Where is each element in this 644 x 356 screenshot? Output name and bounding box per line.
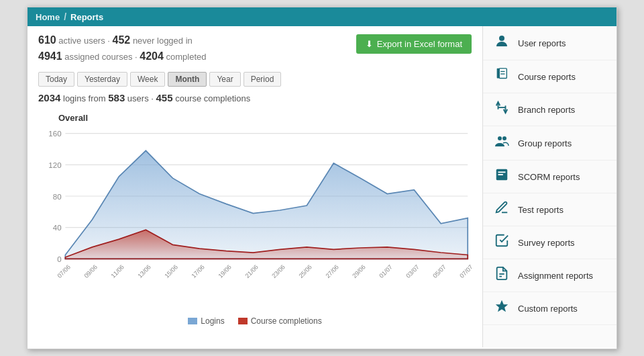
btn-today[interactable]: Today (38, 72, 74, 87)
user-reports-label: User reports (518, 38, 566, 48)
legend-completions-label: Course completions (251, 316, 322, 326)
scorm-reports-label: SCORM reports (518, 172, 580, 182)
group-reports-icon (492, 133, 511, 153)
svg-text:25/06: 25/06 (298, 263, 313, 279)
titlebar: Home / Reports (28, 7, 616, 26)
course-reports-label: Course reports (518, 72, 576, 82)
main-content: 610 active users · 452 never logged in 4… (28, 26, 482, 347)
group-reports-label: Group reports (518, 138, 572, 148)
export-button[interactable]: ⬇ Export in Excel format (356, 34, 472, 54)
assignment-reports-icon (492, 266, 511, 285)
assigned-courses-count: 4941 (38, 50, 62, 62)
chart-title: Overall (58, 113, 472, 123)
svg-text:07/07: 07/07 (458, 263, 472, 279)
svg-text:19/06: 19/06 (217, 263, 233, 279)
svg-marker-41 (496, 300, 508, 312)
svg-text:120: 120 (48, 161, 61, 169)
sidebar-item-assignment-reports[interactable]: Assignment reports (483, 259, 616, 292)
sidebar-item-group-reports[interactable]: Group reports (483, 126, 616, 161)
svg-text:23/06: 23/06 (270, 263, 286, 279)
svg-point-35 (502, 136, 506, 140)
test-reports-label: Test reports (518, 205, 564, 215)
legend-logins: Logins (188, 316, 224, 326)
completed-count: 4204 (140, 50, 164, 62)
sidebar-item-custom-reports[interactable]: Custom reports (483, 292, 616, 325)
branch-reports-label: Branch reports (518, 105, 575, 115)
svg-text:17/06: 17/06 (191, 263, 206, 279)
svg-text:27/06: 27/06 (325, 263, 340, 279)
content-area: 610 active users · 452 never logged in 4… (28, 26, 616, 347)
chart-area: Overall 160 120 80 40 0 (38, 109, 472, 326)
activity-row: 2034 logins from 583 users · 455 course … (38, 92, 472, 103)
svg-text:13/06: 13/06 (137, 263, 152, 279)
svg-rect-38 (498, 174, 503, 175)
breadcrumb-separator: / (64, 11, 66, 22)
test-reports-icon (492, 200, 511, 219)
chart-svg: 160 120 80 40 0 (38, 126, 472, 314)
main-window: Home / Reports 610 active users · 452 ne… (27, 7, 617, 349)
svg-text:01/07: 01/07 (378, 263, 393, 279)
legend-logins-box (188, 318, 197, 324)
svg-rect-28 (499, 69, 506, 79)
never-logged-count: 452 (113, 34, 131, 46)
svg-text:40: 40 (53, 223, 62, 232)
logins-count: 2034 (38, 92, 60, 103)
svg-text:15/06: 15/06 (164, 263, 179, 279)
assignment-reports-label: Assignment reports (518, 271, 593, 281)
btn-month[interactable]: Month (168, 72, 207, 87)
stats-row-users: 610 active users · 452 never logged in (38, 34, 356, 46)
legend-logins-label: Logins (201, 316, 224, 326)
sidebar-item-user-reports[interactable]: User reports (483, 26, 616, 60)
sidebar-item-survey-reports[interactable]: Survey reports (483, 226, 616, 259)
user-reports-icon (492, 33, 511, 53)
home-link[interactable]: Home (36, 12, 60, 22)
survey-reports-label: Survey reports (518, 238, 575, 248)
stats-row-courses: 4941 assigned courses · 4204 completed (38, 50, 356, 62)
sidebar-item-test-reports[interactable]: Test reports (483, 193, 616, 226)
svg-text:03/07: 03/07 (405, 263, 421, 279)
svg-text:0: 0 (57, 255, 61, 263)
svg-text:80: 80 (53, 192, 62, 201)
period-buttons: Today Yesterday Week Month Year Period (38, 72, 472, 87)
svg-text:05/07: 05/07 (431, 263, 447, 279)
legend-completions-box (238, 318, 248, 324)
svg-text:11/06: 11/06 (110, 263, 125, 279)
svg-point-26 (499, 36, 504, 41)
custom-reports-icon (492, 299, 511, 318)
sidebar: User reports Course reports Branch repor… (482, 26, 616, 347)
chart-container: 160 120 80 40 0 (38, 126, 472, 314)
btn-yesterday[interactable]: Yesterday (77, 72, 127, 87)
svg-text:07/06: 07/06 (56, 263, 72, 279)
chart-legend: Logins Course completions (38, 316, 472, 326)
course-reports-icon (492, 67, 511, 86)
svg-text:160: 160 (48, 129, 61, 138)
svg-text:21/06: 21/06 (244, 263, 260, 279)
sidebar-item-course-reports[interactable]: Course reports (483, 60, 616, 93)
custom-reports-label: Custom reports (518, 304, 578, 314)
survey-reports-icon (492, 233, 511, 252)
sidebar-item-scorm-reports[interactable]: SCORM reports (483, 161, 616, 193)
scorm-reports-icon (492, 167, 511, 186)
svg-point-34 (498, 136, 502, 140)
export-label: Export in Excel format (377, 39, 462, 49)
svg-text:29/06: 29/06 (351, 263, 366, 279)
btn-week[interactable]: Week (130, 72, 165, 87)
breadcrumb-current: Reports (70, 12, 103, 22)
svg-rect-37 (498, 171, 506, 173)
branch-reports-icon (492, 100, 511, 119)
stats-section: 610 active users · 452 never logged in 4… (38, 34, 356, 66)
export-icon: ⬇ (366, 39, 373, 49)
btn-year[interactable]: Year (209, 72, 240, 87)
btn-period[interactable]: Period (244, 72, 282, 87)
svg-text:09/06: 09/06 (83, 263, 99, 279)
completions-count: 455 (156, 92, 173, 103)
legend-completions: Course completions (238, 316, 322, 326)
sidebar-item-branch-reports[interactable]: Branch reports (483, 93, 616, 126)
active-users-count: 610 (38, 34, 56, 46)
